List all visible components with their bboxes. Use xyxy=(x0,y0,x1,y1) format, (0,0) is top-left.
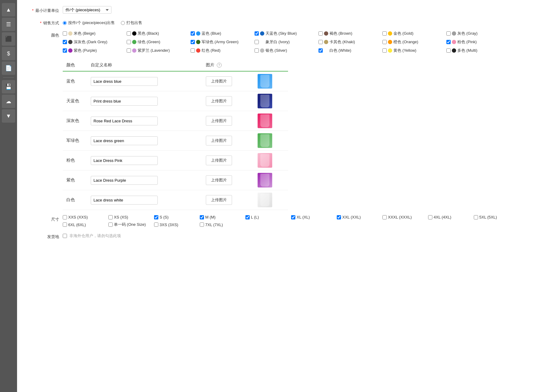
sale-piece-option[interactable]: 按件/个 (piece/pieces)出售 xyxy=(63,20,115,26)
dollar-btn[interactable]: $ xyxy=(2,47,15,60)
up-btn[interactable]: ▲ xyxy=(2,3,15,16)
size-checkbox-7xl[interactable] xyxy=(200,222,204,227)
color-checkbox-green[interactable] xyxy=(127,40,131,44)
custom-name-input[interactable] xyxy=(91,176,158,185)
size-label-3xs[interactable]: 3XS (3XS) xyxy=(160,222,178,227)
color-label-khaki[interactable]: 卡其色 (Khaki) xyxy=(324,39,355,45)
color-label-beige[interactable]: 米色 (Beige) xyxy=(68,31,96,36)
custom-name-input[interactable] xyxy=(91,136,158,145)
size-label-xxxl[interactable]: XXXL (XXXL) xyxy=(388,215,412,219)
color-label-green[interactable]: 绿色 (Green) xyxy=(132,39,160,45)
size-label-xl[interactable]: XL (XL) xyxy=(297,215,310,219)
size-checkbox-l[interactable] xyxy=(245,215,250,219)
size-checkbox-m[interactable] xyxy=(200,215,204,219)
sale-pack-radio[interactable] xyxy=(121,21,125,25)
custom-name-input[interactable] xyxy=(91,196,158,205)
color-label-ivory[interactable]: 象牙白 (Ivory) xyxy=(260,39,290,45)
size-checkbox-xxxl[interactable] xyxy=(382,215,387,219)
color-label-orange[interactable]: 橙色 (Orange) xyxy=(388,39,418,45)
color-label-multi[interactable]: 多色 (Multi) xyxy=(452,48,477,53)
color-checkbox-multi[interactable] xyxy=(446,48,451,53)
size-label-xxs[interactable]: XXS (XXS) xyxy=(68,215,88,219)
size-checkbox-onesize[interactable] xyxy=(108,222,113,227)
color-checkbox-purple[interactable] xyxy=(63,48,67,53)
color-checkbox-red[interactable] xyxy=(191,48,195,53)
color-label-skyblue[interactable]: 天蓝色 (Sky Blue) xyxy=(260,31,297,36)
custom-name-input[interactable] xyxy=(91,97,158,106)
size-label-7xl[interactable]: 7XL (7XL) xyxy=(205,222,223,227)
color-label-gray[interactable]: 灰色 (Gray) xyxy=(452,31,477,36)
upload-image-button[interactable]: 上传图片 xyxy=(206,156,232,165)
upload-image-button[interactable]: 上传图片 xyxy=(206,76,232,86)
color-label-red[interactable]: 红色 (Red) xyxy=(196,48,220,53)
color-checkbox-brown[interactable] xyxy=(318,31,323,36)
custom-name-input[interactable] xyxy=(91,77,158,86)
cloud-btn[interactable]: ☁ xyxy=(2,95,15,108)
doc-btn[interactable]: 📄 xyxy=(2,61,15,75)
color-label-yellow[interactable]: 黄色 (Yellow) xyxy=(388,48,416,53)
color-checkbox-darkgrey[interactable] xyxy=(63,40,67,44)
color-checkbox-yellow[interactable] xyxy=(382,48,387,53)
size-label-l[interactable]: L (L) xyxy=(251,215,259,219)
custom-name-input[interactable] xyxy=(91,156,158,165)
size-checkbox-6xl[interactable] xyxy=(63,222,67,227)
color-checkbox-gray[interactable] xyxy=(446,31,451,36)
unit-select[interactable]: 件/个 (piece/pieces) 套 (set) 双 (pair) xyxy=(63,6,111,14)
color-checkbox-black[interactable] xyxy=(127,31,131,36)
color-checkbox-pink[interactable] xyxy=(446,40,451,44)
color-checkbox-orange[interactable] xyxy=(382,40,387,44)
size-checkbox-4xl[interactable] xyxy=(428,215,432,219)
size-checkbox-xxs[interactable] xyxy=(63,215,67,219)
help-icon[interactable]: ? xyxy=(217,63,222,68)
size-label-xs[interactable]: XS (XS) xyxy=(114,215,128,219)
upload-image-button[interactable]: 上传图片 xyxy=(206,175,232,185)
down-btn[interactable]: ▼ xyxy=(2,109,15,123)
size-label-4xl[interactable]: 4XL (4XL) xyxy=(434,215,451,219)
size-checkbox-xs[interactable] xyxy=(108,215,113,219)
color-label-white[interactable]: 白色 (White) xyxy=(324,48,351,53)
size-checkbox-s[interactable] xyxy=(154,215,158,219)
color-checkbox-khaki[interactable] xyxy=(318,40,323,44)
list-btn[interactable]: ☰ xyxy=(2,18,15,31)
size-checkbox-5xl[interactable] xyxy=(474,215,478,219)
size-checkbox-xl[interactable] xyxy=(291,215,295,219)
color-checkbox-beige[interactable] xyxy=(63,31,67,36)
size-label-6xl[interactable]: 6XL (6XL) xyxy=(68,222,86,227)
sale-pack-option[interactable]: 打包出售 xyxy=(121,20,142,26)
upload-image-button[interactable]: 上传图片 xyxy=(206,96,232,106)
color-label-brown[interactable]: 褐色 (Brown) xyxy=(324,31,352,36)
size-label-5xl[interactable]: 5XL (5XL) xyxy=(479,215,497,219)
image-btn[interactable]: ⬛ xyxy=(2,32,15,46)
upload-image-button[interactable]: 上传图片 xyxy=(206,136,232,145)
size-label-onesize[interactable]: 单一码 (One Size) xyxy=(114,222,146,227)
custom-name-input[interactable] xyxy=(91,117,158,125)
color-checkbox-blue[interactable] xyxy=(191,31,195,36)
size-label-m[interactable]: M (M) xyxy=(205,215,216,219)
shipfrom-checkbox[interactable] xyxy=(63,234,67,238)
size-checkbox-xxl[interactable] xyxy=(337,215,341,219)
size-label-s[interactable]: S (S) xyxy=(160,215,169,219)
color-label-silver[interactable]: 银色 (Silver) xyxy=(260,48,287,53)
upload-image-button[interactable]: 上传图片 xyxy=(206,116,232,126)
size-checkbox-3xs[interactable] xyxy=(154,222,158,227)
color-checkbox-skyblue[interactable] xyxy=(255,31,259,36)
color-checkbox-lavender[interactable] xyxy=(127,48,131,53)
color-label-armygreen[interactable]: 军绿色 (Army Green) xyxy=(196,39,238,45)
color-dot-gray xyxy=(452,31,456,36)
color-label-purple[interactable]: 紫色 (Purple) xyxy=(68,48,97,53)
color-label-blue[interactable]: 蓝色 (Blue) xyxy=(196,31,221,36)
color-checkbox-armygreen[interactable] xyxy=(191,40,195,44)
color-label-gold[interactable]: 金色 (Gold) xyxy=(388,31,413,36)
color-checkbox-ivory[interactable] xyxy=(255,40,259,44)
color-label-black[interactable]: 黑色 (Black) xyxy=(132,31,159,36)
color-label-lavender[interactable]: 紫罗兰 (Lavender) xyxy=(132,48,170,53)
color-checkbox-white[interactable] xyxy=(318,48,323,53)
color-label-darkgrey[interactable]: 深灰色 (Dark Grey) xyxy=(68,39,107,45)
color-checkbox-gold[interactable] xyxy=(382,31,387,36)
size-label-xxl[interactable]: XXL (XXL) xyxy=(342,215,361,219)
sale-piece-radio[interactable] xyxy=(63,21,67,25)
color-label-pink[interactable]: 粉色 (Pink) xyxy=(452,39,477,45)
save-btn[interactable]: 💾 xyxy=(2,80,15,93)
color-checkbox-silver[interactable] xyxy=(255,48,259,53)
upload-image-button[interactable]: 上传图片 xyxy=(206,195,232,205)
